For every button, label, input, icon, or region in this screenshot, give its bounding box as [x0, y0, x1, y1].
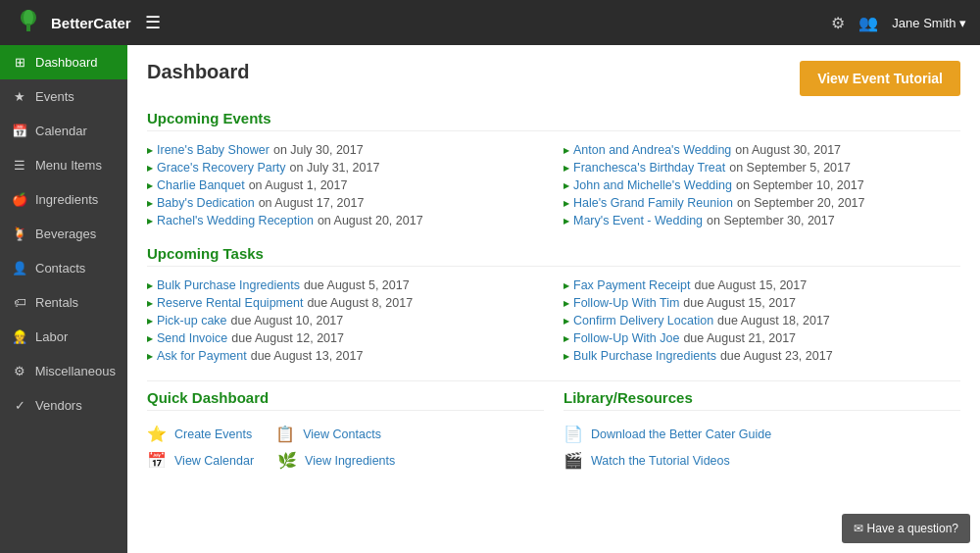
- menu-items-icon: ☰: [12, 158, 27, 173]
- view-ingredients-link[interactable]: View Ingredients: [305, 454, 395, 468]
- event-link[interactable]: John and Michelle's Wedding: [573, 178, 732, 192]
- event-link[interactable]: Confirm Delivery Location: [573, 314, 713, 327]
- list-item: Ask for Payment due August 13, 2017: [147, 347, 544, 365]
- upcoming-tasks-columns: Bulk Purchase Ingredients due August 5, …: [147, 276, 960, 365]
- user-menu[interactable]: Jane Smith ▾: [892, 16, 966, 30]
- event-date: on August 1, 2017: [249, 178, 348, 192]
- sidebar: ⊞Dashboard★Events📅Calendar☰Menu Items🍎In…: [0, 45, 127, 553]
- event-date: due August 23, 2017: [720, 349, 833, 363]
- sidebar-item-calendar[interactable]: 📅Calendar: [0, 114, 127, 148]
- top-nav: BetterCater ☰ ⚙ 👥 Jane Smith ▾: [0, 0, 980, 45]
- list-item: Mary's Event - Wedding on September 30, …: [564, 212, 960, 229]
- rentals-icon: 🏷: [12, 295, 27, 310]
- watch-videos-item: 🎬 Watch the Tutorial Videos: [564, 447, 960, 474]
- event-link[interactable]: Fax Payment Receipt: [573, 278, 691, 292]
- event-date: due August 8, 2017: [307, 296, 413, 310]
- hamburger-menu[interactable]: ☰: [145, 12, 161, 33]
- event-date: due August 15, 2017: [695, 278, 808, 292]
- quick-create-events: ⭐ Create Events 📋 View Contacts: [147, 421, 544, 447]
- sidebar-label-vendors: Vendors: [35, 398, 82, 413]
- sidebar-item-ingredients[interactable]: 🍎Ingredients: [0, 182, 127, 217]
- event-link[interactable]: Baby's Dedication: [157, 196, 255, 210]
- list-item: Confirm Delivery Location due August 18,…: [564, 312, 960, 329]
- event-link[interactable]: Anton and Andrea's Wedding: [573, 143, 731, 157]
- upcoming-tasks-left: Bulk Purchase Ingredients due August 5, …: [147, 276, 544, 365]
- list-item: John and Michelle's Wedding on September…: [564, 176, 960, 194]
- list-item: Franchesca's Birthday Treat on September…: [564, 159, 960, 176]
- labor-icon: 👷: [12, 329, 27, 344]
- event-date: on July 30, 2017: [273, 143, 364, 157]
- sidebar-item-rentals[interactable]: 🏷Rentals: [0, 285, 127, 320]
- sidebar-item-contacts[interactable]: 👤Contacts: [0, 251, 127, 285]
- event-link[interactable]: Reserve Rental Equipment: [157, 296, 303, 310]
- list-item: Pick-up cake due August 10, 2017: [147, 312, 544, 329]
- app-name: BetterCater: [51, 15, 131, 31]
- events-icon: ★: [12, 89, 27, 104]
- sidebar-label-events: Events: [35, 89, 74, 104]
- list-item: Bulk Purchase Ingredients due August 23,…: [564, 347, 960, 365]
- users-icon[interactable]: 👥: [858, 14, 878, 32]
- event-link[interactable]: Pick-up cake: [157, 314, 227, 327]
- event-link[interactable]: Follow-Up With Joe: [573, 331, 679, 345]
- have-question-button[interactable]: ✉ Have a question?: [842, 514, 970, 543]
- event-date: due August 21, 2017: [683, 331, 796, 345]
- settings-icon[interactable]: ⚙: [831, 14, 845, 32]
- event-link[interactable]: Bulk Purchase Ingredients: [157, 278, 300, 292]
- sidebar-item-miscellaneous[interactable]: ⚙Miscellaneous: [0, 354, 127, 388]
- view-calendar-link[interactable]: View Calendar: [174, 454, 254, 468]
- list-item: Anton and Andrea's Wedding on August 30,…: [564, 141, 960, 159]
- pdf-icon: 📄: [564, 425, 583, 443]
- event-link[interactable]: Ask for Payment: [157, 349, 247, 363]
- event-link[interactable]: Franchesca's Birthday Treat: [573, 161, 725, 175]
- view-contacts-link[interactable]: View Contacts: [303, 427, 381, 441]
- sidebar-label-dashboard: Dashboard: [35, 55, 98, 70]
- sidebar-label-calendar: Calendar: [35, 124, 87, 138]
- create-events-link[interactable]: Create Events: [174, 427, 252, 441]
- list-item: Irene's Baby Shower on July 30, 2017: [147, 141, 544, 159]
- event-link[interactable]: Charlie Banquet: [157, 178, 245, 192]
- event-date: on August 20, 2017: [318, 214, 423, 227]
- list-item: Fax Payment Receipt due August 15, 2017: [564, 276, 960, 294]
- view-tutorial-button[interactable]: View Event Tutorial: [800, 61, 960, 96]
- event-link[interactable]: Follow-Up With Tim: [573, 296, 679, 310]
- app-logo[interactable]: BetterCater: [14, 8, 131, 37]
- sidebar-item-events[interactable]: ★Events: [0, 79, 127, 114]
- event-link[interactable]: Irene's Baby Shower: [157, 143, 270, 157]
- calendar-icon: 📅: [147, 451, 167, 470]
- list-item: Follow-Up With Joe due August 21, 2017: [564, 329, 960, 347]
- event-link[interactable]: Rachel's Wedding Reception: [157, 214, 314, 227]
- event-link[interactable]: Mary's Event - Wedding: [573, 214, 703, 227]
- sidebar-item-menu-items[interactable]: ☰Menu Items: [0, 148, 127, 182]
- download-guide-item: 📄 Download the Better Cater Guide: [564, 421, 960, 447]
- event-date: on September 30, 2017: [707, 214, 835, 227]
- event-date: due August 15, 2017: [683, 296, 796, 310]
- left-tasks-list: Bulk Purchase Ingredients due August 5, …: [147, 276, 544, 365]
- event-date: on August 30, 2017: [735, 143, 841, 157]
- event-link[interactable]: Send Invoice: [157, 331, 227, 345]
- upcoming-events-left: Irene's Baby Shower on July 30, 2017Grac…: [147, 141, 544, 229]
- content-header: Dashboard View Event Tutorial: [147, 61, 960, 96]
- event-date: on September 10, 2017: [736, 178, 864, 192]
- contacts-icon: 👤: [12, 261, 27, 276]
- main-content: Dashboard View Event Tutorial Upcoming E…: [127, 45, 980, 553]
- list-item: Send Invoice due August 12, 2017: [147, 329, 544, 347]
- upcoming-tasks-section: Upcoming Tasks Bulk Purchase Ingredients…: [147, 245, 960, 365]
- svg-rect-2: [26, 24, 30, 31]
- bottom-section: Quick Dashboard ⭐ Create Events 📋 View C…: [147, 380, 960, 474]
- event-link[interactable]: Grace's Recovery Party: [157, 161, 286, 175]
- main-layout: ⊞Dashboard★Events📅Calendar☰Menu Items🍎In…: [0, 45, 980, 553]
- sidebar-item-dashboard[interactable]: ⊞Dashboard: [0, 45, 127, 79]
- event-link[interactable]: Hale's Grand Family Reunion: [573, 196, 733, 210]
- list-item: Rachel's Wedding Reception on August 20,…: [147, 212, 544, 229]
- event-date: due August 12, 2017: [231, 331, 344, 345]
- sidebar-item-labor[interactable]: 👷Labor: [0, 320, 127, 354]
- ingredients-icon: 🌿: [277, 451, 297, 470]
- sidebar-label-labor: Labor: [35, 329, 68, 344]
- sidebar-item-vendors[interactable]: ✓Vendors: [0, 388, 127, 423]
- left-events-list: Irene's Baby Shower on July 30, 2017Grac…: [147, 141, 544, 229]
- event-link[interactable]: Bulk Purchase Ingredients: [573, 349, 716, 363]
- miscellaneous-icon: ⚙: [12, 364, 27, 378]
- sidebar-item-beverages[interactable]: 🍹Beverages: [0, 217, 127, 251]
- download-guide-link[interactable]: Download the Better Cater Guide: [591, 427, 771, 441]
- watch-videos-link[interactable]: Watch the Tutorial Videos: [591, 454, 730, 468]
